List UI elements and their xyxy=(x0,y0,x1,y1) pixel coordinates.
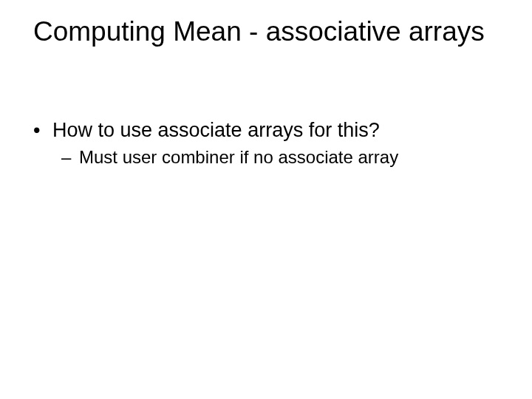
bullet-marker: • xyxy=(33,118,40,143)
bullet-level-1: • How to use associate arrays for this? xyxy=(33,118,499,143)
bullet-level-2: – Must user combiner if no associate arr… xyxy=(33,146,499,168)
subbullet-text: Must user combiner if no associate array xyxy=(79,147,398,167)
bullet-text: How to use associate arrays for this? xyxy=(52,119,380,141)
slide: Computing Mean - associative arrays • Ho… xyxy=(0,0,532,399)
dash-marker: – xyxy=(61,146,71,168)
slide-title: Computing Mean - associative arrays xyxy=(33,16,499,47)
slide-body: • How to use associate arrays for this? … xyxy=(33,118,499,168)
